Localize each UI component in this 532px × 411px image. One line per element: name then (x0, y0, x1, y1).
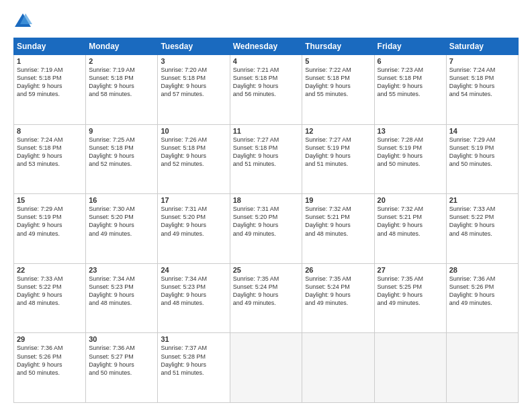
day-cell: 7Sunrise: 7:24 AM Sunset: 5:18 PM Daylig… (446, 55, 518, 125)
day-number: 27 (378, 266, 443, 274)
day-info: Sunrise: 7:24 AM Sunset: 5:18 PM Dayligh… (449, 66, 515, 99)
day-info: Sunrise: 7:28 AM Sunset: 5:19 PM Dayligh… (378, 136, 443, 169)
day-cell: 6Sunrise: 7:23 AM Sunset: 5:18 PM Daylig… (374, 55, 446, 125)
day-info: Sunrise: 7:33 AM Sunset: 5:22 PM Dayligh… (17, 275, 83, 308)
day-number: 20 (378, 196, 443, 204)
day-number: 22 (17, 266, 83, 274)
page: SundayMondayTuesdayWednesdayThursdayFrid… (0, 0, 532, 411)
day-number: 8 (17, 127, 83, 135)
day-info: Sunrise: 7:37 AM Sunset: 5:28 PM Dayligh… (161, 344, 226, 377)
day-number: 16 (89, 196, 154, 204)
day-number: 21 (449, 196, 515, 204)
day-info: Sunrise: 7:27 AM Sunset: 5:19 PM Dayligh… (305, 136, 371, 169)
day-number: 11 (233, 127, 300, 135)
day-info: Sunrise: 7:25 AM Sunset: 5:18 PM Dayligh… (89, 136, 154, 169)
day-number: 12 (305, 127, 371, 135)
day-cell: 8Sunrise: 7:24 AM Sunset: 5:18 PM Daylig… (14, 124, 86, 194)
day-info: Sunrise: 7:29 AM Sunset: 5:19 PM Dayligh… (449, 136, 515, 169)
day-number: 10 (161, 127, 226, 135)
day-info: Sunrise: 7:19 AM Sunset: 5:18 PM Dayligh… (89, 66, 154, 99)
day-info: Sunrise: 7:22 AM Sunset: 5:18 PM Dayligh… (305, 66, 371, 99)
col-header-thursday: Thursday (302, 38, 374, 55)
day-cell: 1Sunrise: 7:19 AM Sunset: 5:18 PM Daylig… (14, 55, 86, 125)
day-cell: 11Sunrise: 7:27 AM Sunset: 5:18 PM Dayli… (230, 124, 302, 194)
day-info: Sunrise: 7:36 AM Sunset: 5:26 PM Dayligh… (449, 275, 515, 308)
day-info: Sunrise: 7:36 AM Sunset: 5:27 PM Dayligh… (89, 344, 154, 377)
day-cell: 19Sunrise: 7:32 AM Sunset: 5:21 PM Dayli… (302, 194, 374, 264)
day-number: 2 (89, 57, 154, 65)
day-number: 28 (449, 266, 515, 274)
header (13, 12, 519, 31)
col-header-saturday: Saturday (446, 38, 518, 55)
col-header-wednesday: Wednesday (230, 38, 302, 55)
col-header-tuesday: Tuesday (158, 38, 230, 55)
day-cell: 15Sunrise: 7:29 AM Sunset: 5:19 PM Dayli… (14, 194, 86, 264)
week-row-3: 15Sunrise: 7:29 AM Sunset: 5:19 PM Dayli… (14, 194, 519, 264)
day-number: 23 (89, 266, 154, 274)
day-cell: 5Sunrise: 7:22 AM Sunset: 5:18 PM Daylig… (302, 55, 374, 125)
day-info: Sunrise: 7:32 AM Sunset: 5:21 PM Dayligh… (305, 205, 371, 238)
day-number: 5 (305, 57, 371, 65)
day-cell (374, 333, 446, 403)
day-info: Sunrise: 7:24 AM Sunset: 5:18 PM Dayligh… (17, 136, 83, 169)
day-cell: 29Sunrise: 7:36 AM Sunset: 5:26 PM Dayli… (14, 333, 86, 403)
day-number: 6 (378, 57, 443, 65)
day-cell: 3Sunrise: 7:20 AM Sunset: 5:18 PM Daylig… (158, 55, 230, 125)
day-cell: 26Sunrise: 7:35 AM Sunset: 5:24 PM Dayli… (302, 263, 374, 333)
day-cell: 30Sunrise: 7:36 AM Sunset: 5:27 PM Dayli… (86, 333, 158, 403)
day-info: Sunrise: 7:35 AM Sunset: 5:25 PM Dayligh… (378, 275, 443, 308)
day-number: 24 (161, 266, 226, 274)
day-cell: 28Sunrise: 7:36 AM Sunset: 5:26 PM Dayli… (446, 263, 518, 333)
day-cell: 4Sunrise: 7:21 AM Sunset: 5:18 PM Daylig… (230, 55, 302, 125)
logo (13, 12, 35, 31)
day-info: Sunrise: 7:36 AM Sunset: 5:26 PM Dayligh… (17, 344, 83, 377)
day-info: Sunrise: 7:34 AM Sunset: 5:23 PM Dayligh… (89, 275, 154, 308)
day-number: 1 (17, 57, 83, 65)
day-cell (230, 333, 302, 403)
day-cell: 2Sunrise: 7:19 AM Sunset: 5:18 PM Daylig… (86, 55, 158, 125)
day-number: 17 (161, 196, 226, 204)
day-cell: 16Sunrise: 7:30 AM Sunset: 5:20 PM Dayli… (86, 194, 158, 264)
day-info: Sunrise: 7:30 AM Sunset: 5:20 PM Dayligh… (89, 205, 154, 238)
day-info: Sunrise: 7:29 AM Sunset: 5:19 PM Dayligh… (17, 205, 83, 238)
day-number: 18 (233, 196, 300, 204)
day-cell: 31Sunrise: 7:37 AM Sunset: 5:28 PM Dayli… (158, 333, 230, 403)
week-row-1: 1Sunrise: 7:19 AM Sunset: 5:18 PM Daylig… (14, 55, 519, 125)
day-cell (302, 333, 374, 403)
day-info: Sunrise: 7:26 AM Sunset: 5:18 PM Dayligh… (161, 136, 226, 169)
day-cell (446, 333, 518, 403)
day-cell: 17Sunrise: 7:31 AM Sunset: 5:20 PM Dayli… (158, 194, 230, 264)
day-cell: 9Sunrise: 7:25 AM Sunset: 5:18 PM Daylig… (86, 124, 158, 194)
col-header-friday: Friday (374, 38, 446, 55)
day-info: Sunrise: 7:31 AM Sunset: 5:20 PM Dayligh… (233, 205, 300, 238)
day-number: 30 (89, 335, 154, 343)
day-number: 14 (449, 127, 515, 135)
day-info: Sunrise: 7:33 AM Sunset: 5:22 PM Dayligh… (449, 205, 515, 238)
day-info: Sunrise: 7:27 AM Sunset: 5:18 PM Dayligh… (233, 136, 300, 169)
day-cell: 10Sunrise: 7:26 AM Sunset: 5:18 PM Dayli… (158, 124, 230, 194)
col-header-sunday: Sunday (14, 38, 86, 55)
day-info: Sunrise: 7:23 AM Sunset: 5:18 PM Dayligh… (378, 66, 443, 99)
day-number: 13 (378, 127, 443, 135)
day-number: 15 (17, 196, 83, 204)
day-number: 31 (161, 335, 226, 343)
day-info: Sunrise: 7:35 AM Sunset: 5:24 PM Dayligh… (305, 275, 371, 308)
day-info: Sunrise: 7:31 AM Sunset: 5:20 PM Dayligh… (161, 205, 226, 238)
week-row-2: 8Sunrise: 7:24 AM Sunset: 5:18 PM Daylig… (14, 124, 519, 194)
header-row: SundayMondayTuesdayWednesdayThursdayFrid… (14, 38, 519, 55)
day-cell: 12Sunrise: 7:27 AM Sunset: 5:19 PM Dayli… (302, 124, 374, 194)
day-info: Sunrise: 7:21 AM Sunset: 5:18 PM Dayligh… (233, 66, 300, 99)
day-number: 19 (305, 196, 371, 204)
day-info: Sunrise: 7:35 AM Sunset: 5:24 PM Dayligh… (233, 275, 300, 308)
col-header-monday: Monday (86, 38, 158, 55)
day-cell: 24Sunrise: 7:34 AM Sunset: 5:23 PM Dayli… (158, 263, 230, 333)
week-row-5: 29Sunrise: 7:36 AM Sunset: 5:26 PM Dayli… (14, 333, 519, 403)
day-number: 26 (305, 266, 371, 274)
day-number: 25 (233, 266, 300, 274)
day-cell: 21Sunrise: 7:33 AM Sunset: 5:22 PM Dayli… (446, 194, 518, 264)
day-cell: 22Sunrise: 7:33 AM Sunset: 5:22 PM Dayli… (14, 263, 86, 333)
day-cell: 27Sunrise: 7:35 AM Sunset: 5:25 PM Dayli… (374, 263, 446, 333)
day-info: Sunrise: 7:20 AM Sunset: 5:18 PM Dayligh… (161, 66, 226, 99)
day-info: Sunrise: 7:19 AM Sunset: 5:18 PM Dayligh… (17, 66, 83, 99)
day-number: 7 (449, 57, 515, 65)
